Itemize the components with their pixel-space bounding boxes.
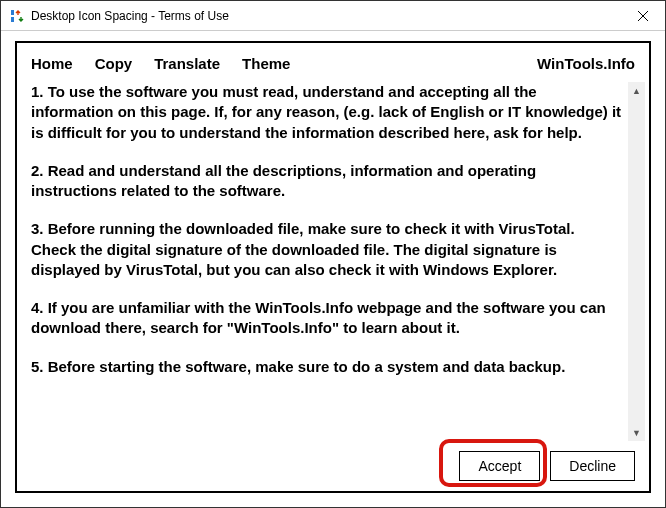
close-button[interactable] <box>620 1 665 31</box>
menu-copy[interactable]: Copy <box>95 55 133 72</box>
svg-rect-1 <box>11 17 14 22</box>
window-title: Desktop Icon Spacing - Terms of Use <box>31 9 229 23</box>
decline-button[interactable]: Decline <box>550 451 635 481</box>
dialog-button-row: Accept Decline <box>17 441 649 481</box>
terms-paragraph-3: 3. Before running the downloaded file, m… <box>31 219 622 280</box>
brand-label: WinTools.Info <box>537 55 635 72</box>
content-frame: Home Copy Translate Theme WinTools.Info … <box>15 41 651 493</box>
terms-paragraph-2: 2. Read and understand all the descripti… <box>31 161 622 202</box>
svg-rect-0 <box>11 10 14 15</box>
scroll-down-arrow-icon[interactable]: ▼ <box>628 424 645 441</box>
terms-text: 1. To use the software you must read, un… <box>31 82 626 441</box>
window-body: Home Copy Translate Theme WinTools.Info … <box>1 31 665 507</box>
menu-home[interactable]: Home <box>31 55 73 72</box>
window-frame: Desktop Icon Spacing - Terms of Use Home… <box>0 0 666 508</box>
menubar: Home Copy Translate Theme WinTools.Info <box>17 51 649 82</box>
terms-paragraph-1: 1. To use the software you must read, un… <box>31 82 622 143</box>
menu-theme[interactable]: Theme <box>242 55 290 72</box>
titlebar: Desktop Icon Spacing - Terms of Use <box>1 1 665 31</box>
terms-scroll-area: 1. To use the software you must read, un… <box>17 82 649 441</box>
app-icon <box>9 8 25 24</box>
vertical-scrollbar[interactable]: ▲ ▼ <box>628 82 645 441</box>
menu-translate[interactable]: Translate <box>154 55 220 72</box>
accept-button[interactable]: Accept <box>459 451 540 481</box>
terms-paragraph-5: 5. Before starting the software, make su… <box>31 357 622 377</box>
terms-paragraph-4: 4. If you are unfamiliar with the WinToo… <box>31 298 622 339</box>
scroll-up-arrow-icon[interactable]: ▲ <box>628 82 645 99</box>
